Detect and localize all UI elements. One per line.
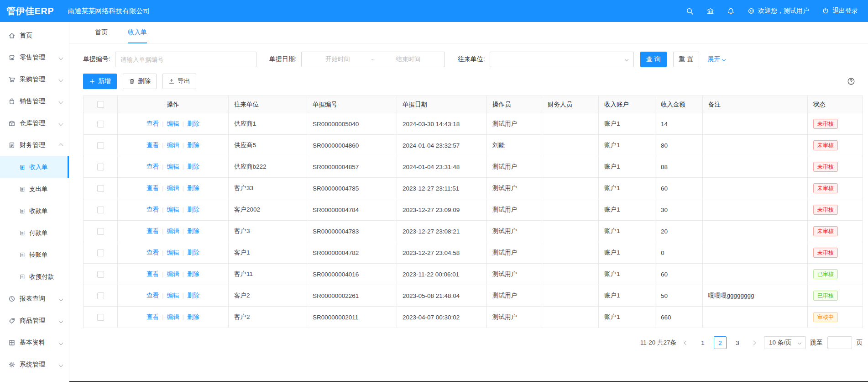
view-link[interactable]: 查看	[146, 228, 159, 234]
sidebar-subitem-payment[interactable]: 付款单	[0, 222, 69, 244]
tab-home[interactable]: 首页	[95, 22, 108, 43]
delete-link[interactable]: 删除	[187, 249, 199, 256]
sidebar-item-home[interactable]: 首页	[0, 25, 69, 47]
row-checkbox[interactable]	[97, 271, 104, 278]
view-link[interactable]: 查看	[146, 249, 159, 256]
view-link[interactable]: 查看	[146, 292, 159, 299]
delete-link[interactable]: 删除	[187, 142, 199, 149]
view-link[interactable]: 查看	[146, 163, 159, 170]
edit-link[interactable]: 编辑	[167, 185, 179, 191]
logout-button[interactable]: 退出登录	[822, 7, 858, 15]
jump-page-input[interactable]	[827, 336, 852, 349]
filter-date: 单据日期: 开始时间 ~ 结束时间	[269, 52, 445, 67]
chevron-down-icon	[59, 319, 64, 323]
row-checkbox[interactable]	[97, 185, 104, 192]
sidebar-subitem-income[interactable]: 收入单	[0, 156, 69, 178]
search-icon[interactable]	[686, 7, 694, 15]
row-checkbox[interactable]	[97, 207, 104, 213]
sidebar-item-reports[interactable]: 报表查询	[0, 288, 69, 310]
cell-date: 2024-01-04 23:31:48	[397, 156, 487, 178]
cell-finance-staff	[542, 285, 599, 307]
cell-operator: 测试用户	[487, 264, 542, 285]
edit-link[interactable]: 编辑	[167, 228, 179, 234]
next-page-button[interactable]	[748, 336, 759, 349]
view-link[interactable]: 查看	[146, 120, 159, 127]
sidebar-item-label: 基本资料	[20, 339, 45, 347]
row-checkbox[interactable]	[97, 164, 104, 170]
sidebar-subitem-advance[interactable]: 收预付款	[0, 266, 69, 288]
view-link[interactable]: 查看	[146, 185, 159, 191]
cell-date: 2023-12-27 23:08:21	[397, 221, 487, 242]
view-link[interactable]: 查看	[146, 313, 159, 320]
row-checkbox[interactable]	[97, 121, 104, 127]
reset-button[interactable]: 重 置	[673, 52, 700, 67]
delete-link[interactable]: 删除	[187, 206, 199, 213]
view-link[interactable]: 查看	[146, 271, 159, 277]
expand-toggle[interactable]: 展开	[707, 55, 725, 64]
page-button-3[interactable]: 3	[731, 336, 744, 349]
edit-link[interactable]: 编辑	[167, 206, 179, 213]
action-separator: |	[162, 228, 164, 234]
bell-icon[interactable]	[727, 7, 735, 15]
delete-link[interactable]: 删除	[187, 313, 199, 320]
action-separator: |	[183, 120, 184, 127]
help-icon[interactable]	[847, 77, 855, 85]
tab-income-bill[interactable]: 收入单	[128, 22, 147, 43]
row-actions: 查看|编辑|删除	[118, 135, 229, 156]
add-button[interactable]: 新增	[83, 74, 117, 89]
sidebar-item-purchase[interactable]: 采购管理	[0, 69, 69, 90]
delete-link[interactable]: 删除	[187, 163, 199, 170]
row-checkbox[interactable]	[97, 292, 104, 299]
filter-bar: 单据编号: 单据日期: 开始时间 ~ 结束时间 往来单位:	[83, 52, 863, 67]
sidebar-item-retail[interactable]: 零售管理	[0, 47, 69, 69]
edit-link[interactable]: 编辑	[167, 142, 179, 149]
view-link[interactable]: 查看	[146, 206, 159, 213]
sidebar-subitem-expense[interactable]: 支出单	[0, 178, 69, 200]
sidebar-subitem-receipt[interactable]: 收款单	[0, 200, 69, 222]
delete-link[interactable]: 删除	[187, 292, 199, 299]
export-button[interactable]: 导出	[162, 74, 196, 89]
delete-link[interactable]: 删除	[187, 271, 199, 277]
select-all-checkbox[interactable]	[97, 101, 104, 108]
view-link[interactable]: 查看	[146, 142, 159, 149]
date-start-placeholder: 开始时间	[307, 55, 369, 64]
cell-bill-no: SR00000004782	[307, 242, 397, 264]
page-button-1[interactable]: 1	[696, 336, 709, 349]
row-checkbox[interactable]	[97, 142, 104, 149]
delete-button[interactable]: 删除	[123, 74, 157, 89]
delete-link[interactable]: 删除	[187, 185, 199, 191]
welcome-user[interactable]: 欢迎您，测试用户	[748, 7, 809, 15]
sidebar-item-basic-data[interactable]: 基本资料	[0, 332, 69, 354]
sidebar-subitem-transfer[interactable]: 转账单	[0, 244, 69, 266]
sidebar-item-system[interactable]: 系统管理	[0, 354, 69, 376]
sidebar-item-sales[interactable]: 销售管理	[0, 90, 69, 112]
search-button[interactable]: 查 询	[640, 52, 667, 67]
edit-link[interactable]: 编辑	[167, 292, 179, 299]
date-range-input[interactable]: 开始时间 ~ 结束时间	[301, 52, 445, 67]
bill-no-input[interactable]	[115, 52, 256, 67]
sidebar-item-label: 商品管理	[20, 317, 45, 325]
edit-link[interactable]: 编辑	[167, 271, 179, 277]
prev-page-button[interactable]	[681, 336, 692, 349]
jump-suffix: 页	[857, 339, 863, 347]
pagination: 11-20 共27条 1 2 3 10 条/页 跳至 页	[83, 336, 863, 349]
row-checkbox[interactable]	[97, 228, 104, 235]
sidebar-item-warehouse[interactable]: 仓库管理	[0, 112, 69, 134]
row-checkbox[interactable]	[97, 249, 104, 256]
edit-link[interactable]: 编辑	[167, 120, 179, 127]
cell-unit: 客户1	[229, 242, 307, 264]
row-checkbox[interactable]	[97, 314, 104, 321]
delete-link[interactable]: 删除	[187, 228, 199, 234]
edit-link[interactable]: 编辑	[167, 249, 179, 256]
table-row: 查看|编辑|删除 客户3 SR00000004783 2023-12-27 23…	[84, 221, 863, 242]
edit-link[interactable]: 编辑	[167, 163, 179, 170]
bank-icon[interactable]	[706, 7, 714, 15]
action-separator: |	[162, 185, 164, 191]
page-size-select[interactable]: 10 条/页	[764, 336, 806, 349]
unit-select[interactable]	[490, 52, 634, 67]
edit-link[interactable]: 编辑	[167, 313, 179, 320]
page-button-2[interactable]: 2	[714, 336, 727, 349]
sidebar-item-finance[interactable]: 财务管理	[0, 134, 69, 156]
delete-link[interactable]: 删除	[187, 120, 199, 127]
sidebar-item-goods[interactable]: 商品管理	[0, 310, 69, 332]
